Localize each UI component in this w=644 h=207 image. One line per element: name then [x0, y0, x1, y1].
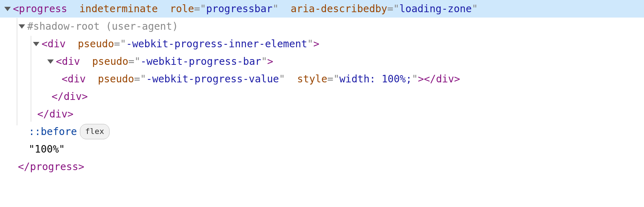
- angle-bracket: >: [82, 88, 88, 105]
- dom-node-progress-bar[interactable]: <div pseudo="-webkit-progress-bar">: [0, 53, 644, 70]
- quote: ": [120, 38, 126, 50]
- angle-bracket: <: [42, 38, 48, 50]
- attr-aria-describedby: aria-describedby: [290, 3, 387, 15]
- tree-guide-line: [17, 18, 17, 125]
- shadow-root-node[interactable]: #shadow-root (user-agent): [0, 18, 644, 35]
- attr-pseudo-value: -webkit-progress-inner-element: [126, 38, 307, 50]
- angle-bracket: >: [454, 73, 460, 85]
- quote: ": [472, 3, 478, 15]
- quote: ": [140, 73, 146, 85]
- attr-pseudo: pseudo: [98, 73, 134, 85]
- dom-node-inner-element[interactable]: <div pseudo="-webkit-progress-inner-elem…: [0, 35, 644, 53]
- equals: =: [327, 73, 333, 85]
- quote: ": [279, 73, 285, 85]
- dom-node-div-close[interactable]: </div>: [0, 105, 644, 123]
- expand-arrow-icon[interactable]: [19, 24, 25, 29]
- expand-arrow-icon[interactable]: [33, 42, 39, 46]
- dom-tree: <progress indeterminate role="progressba…: [0, 0, 644, 175]
- angle-bracket: <: [62, 73, 68, 85]
- angle-bracket: >: [313, 38, 319, 50]
- tag-name: div: [436, 73, 454, 85]
- expand-arrow-icon[interactable]: [47, 59, 54, 64]
- shadow-root-label: #shadow-root (user-agent): [27, 18, 178, 35]
- tree-guide-line: [31, 36, 31, 122]
- tag-name: progress: [19, 3, 67, 15]
- tag-name: div: [48, 38, 66, 50]
- angle-bracket: >: [78, 158, 85, 175]
- pseudo-before-node[interactable]: ::before flex: [0, 123, 644, 140]
- attr-aria-describedby-value: loading-zone: [399, 3, 472, 15]
- attr-pseudo: pseudo: [78, 38, 114, 50]
- dom-node-div-close[interactable]: </div>: [0, 88, 644, 105]
- attr-style-value: width: 100%;: [340, 73, 412, 85]
- angle-bracket: </: [37, 105, 49, 123]
- equals: =: [387, 3, 393, 15]
- tag-name: div: [62, 56, 80, 67]
- quote: ": [393, 3, 399, 15]
- angle-bracket: >: [67, 105, 73, 123]
- equals: =: [128, 56, 134, 67]
- tag-name: div: [49, 105, 68, 123]
- flex-badge[interactable]: flex: [80, 124, 110, 140]
- attr-style: style: [297, 73, 327, 85]
- dom-node-progress-open[interactable]: <progress indeterminate role="progressba…: [0, 0, 644, 18]
- tag-name: div: [68, 73, 86, 85]
- equals: =: [134, 73, 140, 85]
- attr-pseudo-value: -webkit-progress-value: [146, 73, 279, 85]
- quote: ": [273, 3, 279, 15]
- quote: ": [134, 56, 140, 67]
- attr-role-value: progressbar: [206, 3, 272, 15]
- attr-pseudo-value: -webkit-progress-bar: [140, 56, 261, 67]
- angle-bracket: >: [267, 56, 273, 67]
- tag-name: progress: [30, 158, 78, 175]
- attr-role: role: [170, 3, 194, 15]
- expand-arrow-icon[interactable]: [4, 7, 11, 11]
- angle-bracket: ></: [418, 73, 436, 85]
- equals: =: [194, 3, 200, 15]
- attr-pseudo: pseudo: [92, 56, 128, 67]
- text-node-content: "100%": [29, 140, 65, 158]
- quote: ": [200, 3, 206, 15]
- attr-indeterminate: indeterminate: [79, 3, 158, 15]
- pseudo-element-label: ::before: [29, 123, 77, 140]
- angle-bracket: <: [56, 56, 62, 67]
- quote: ": [261, 56, 267, 67]
- tag-name: div: [64, 88, 82, 105]
- dom-node-progress-close[interactable]: </progress>: [0, 158, 644, 175]
- angle-bracket: <: [13, 3, 19, 15]
- angle-bracket: </: [52, 88, 64, 105]
- quote: ": [333, 73, 340, 85]
- equals: =: [114, 38, 120, 50]
- quote: ": [412, 73, 418, 85]
- dom-node-progress-value[interactable]: <div pseudo="-webkit-progress-value" sty…: [0, 70, 644, 88]
- quote: ": [307, 38, 313, 50]
- text-node[interactable]: "100%": [0, 140, 644, 158]
- angle-bracket: </: [18, 158, 30, 175]
